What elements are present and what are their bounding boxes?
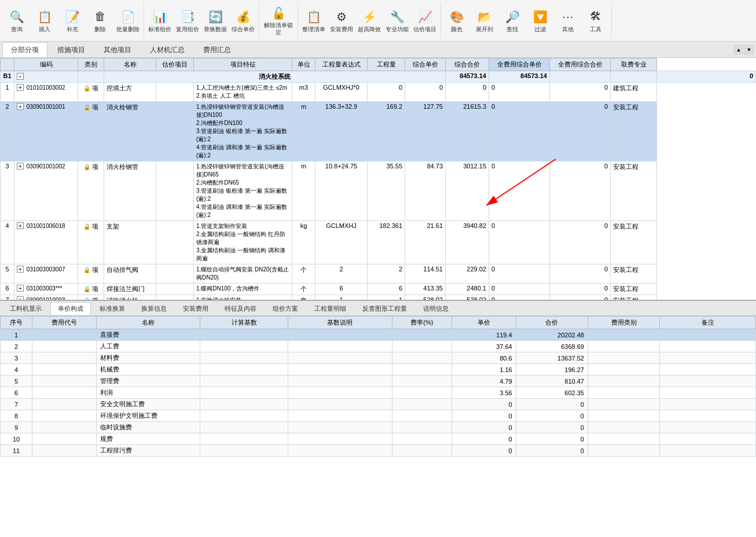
- table-row[interactable]: 6 + 031003003*** 🔒 项 焊接法兰阀门 1.蝶阀DN100，含沟…: [1, 284, 756, 295]
- tab-std-convert[interactable]: 标准换算: [92, 302, 133, 315]
- expand-btn[interactable]: +: [17, 285, 24, 292]
- toolbar-reuse-group-button[interactable]: 📑 复用组价: [174, 3, 201, 38]
- detail-list-item[interactable]: 2 人工费 37.64 6368.69: [1, 341, 756, 352]
- detail-list-item[interactable]: 9 临时设施费 0 0: [1, 422, 756, 433]
- tab-install-fee[interactable]: 安装费用: [175, 302, 216, 315]
- toolbar-estimate-button[interactable]: 📈 估价项目: [412, 3, 438, 38]
- toolbar-install-fee-button[interactable]: ⚙ 安装费用: [328, 3, 355, 38]
- tab-fee-summary[interactable]: 费用汇总: [194, 42, 240, 57]
- col-full-total-price[interactable]: 全费用综合合价: [550, 58, 611, 71]
- col-qty-expr[interactable]: 工程量表达式: [315, 58, 368, 71]
- detail-list-item[interactable]: 11 工程排污费 0 0: [1, 445, 756, 457]
- detail-list-item[interactable]: 10 规费 0 0: [1, 433, 756, 445]
- col-code[interactable]: 编码: [14, 58, 78, 71]
- bottom-table-area[interactable]: 序号 费用代号 名称 计算基数 基数说明 费率(%) 单价 合价 费用类别 备注…: [0, 316, 756, 537]
- tab-measures[interactable]: 措施项目: [49, 42, 94, 57]
- expand-btn[interactable]: +: [17, 163, 24, 170]
- row-unit: 套: [292, 295, 315, 301]
- detail-list-item[interactable]: 7 安全文明施工费 0 0: [1, 399, 756, 410]
- tab-check-drawing[interactable]: 反查图形工程量: [355, 302, 414, 315]
- expand-btn[interactable]: +: [17, 296, 24, 301]
- col-features[interactable]: 项目特征: [194, 58, 292, 71]
- col-type[interactable]: 类别: [78, 58, 104, 71]
- table-row[interactable]: 5 + 031003003007 🔒 项 自动排气阀 1.螺纹自动排气阀安装 D…: [1, 264, 756, 284]
- toolbar-tools-button[interactable]: 🛠 工具: [582, 3, 609, 38]
- toolbar-parse-button[interactable]: 🔓 解除清单锁定: [262, 3, 295, 38]
- detail-fee-code: [32, 387, 96, 399]
- toolbar-high-efficiency-button[interactable]: ⚡ 超高降效: [356, 3, 383, 38]
- toolbar-expand-to-button[interactable]: 📂 展开到: [471, 3, 498, 38]
- table-row-b1[interactable]: B1 - 消火栓系统 84573.14 84573.14 0: [1, 71, 756, 83]
- toolbar-find-button[interactable]: 🔎 查找: [499, 3, 526, 38]
- detail-col-note: 备注: [660, 317, 756, 329]
- tab-sub-part[interactable]: 分部分项: [2, 42, 47, 57]
- toolbar-batch-delete-button[interactable]: 📄 批量删除: [115, 3, 141, 38]
- table-row[interactable]: 7 + 030901010003 🔒 项 试验消火栓 1.实验消火栓安装2.含压…: [1, 295, 756, 301]
- expand-btn[interactable]: +: [17, 103, 24, 110]
- row-estimate: [156, 284, 194, 295]
- row-total-price: 3012.15: [446, 161, 489, 221]
- detail-list-item[interactable]: 1 直接费 119.4 20202.48: [1, 329, 756, 341]
- toolbar-insert-button[interactable]: 📋 插入: [31, 3, 58, 38]
- tab-unit-price[interactable]: 单价构成: [50, 302, 91, 315]
- row-name: 挖填土方: [104, 83, 156, 102]
- main-table-area[interactable]: 编码 类别 名称 估价项目 项目特征 单位 工程量表达式 工程量 综合单价 综合…: [0, 58, 756, 301]
- tab-other-items[interactable]: 其他项目: [95, 42, 140, 57]
- detail-note: [660, 387, 756, 399]
- detail-list-item[interactable]: 6 利润 3.56 602.35: [1, 387, 756, 399]
- col-full-unit-price[interactable]: 全费用综合单价: [489, 58, 550, 71]
- detail-total: 602.35: [516, 387, 588, 399]
- detail-no: 11: [1, 445, 32, 457]
- toolbar-special-func-button[interactable]: 🔧 专业功能: [384, 3, 410, 38]
- tab-calc-info[interactable]: 换算信息: [134, 302, 174, 315]
- col-name[interactable]: 名称: [104, 58, 156, 71]
- expand-btn[interactable]: +: [17, 222, 24, 229]
- expand-btn[interactable]: +: [17, 84, 24, 91]
- detail-fee-code: [32, 329, 96, 341]
- tab-labor-machine[interactable]: 工料机显示: [2, 302, 49, 315]
- tab-note[interactable]: 说明信息: [416, 302, 456, 315]
- detail-col-fee-type: 费用类别: [588, 317, 659, 329]
- detail-unit-price: 3.56: [452, 387, 516, 399]
- b1-expand-btn[interactable]: -: [17, 73, 24, 80]
- b1-fee-type: 0: [657, 71, 756, 83]
- toolbar-combined-unit-button[interactable]: 💰 综合单价: [230, 3, 256, 38]
- col-fee-type[interactable]: 取费专业: [611, 58, 657, 71]
- tab-nav-up[interactable]: ▲: [734, 45, 743, 54]
- col-qty[interactable]: 工程量: [368, 58, 405, 71]
- tab-nav-down[interactable]: ▼: [744, 45, 754, 54]
- table-row[interactable]: 4 + 031001006018 🔒 项 支架 1.管道支架制作安装2.金属结构…: [1, 221, 756, 264]
- col-total-price[interactable]: 综合合价: [446, 58, 489, 71]
- detail-unit-price: 0: [452, 399, 516, 410]
- expand-btn[interactable]: +: [17, 266, 24, 273]
- detail-list-item[interactable]: 8 环境保护文明施工费 0 0: [1, 410, 756, 422]
- tab-labor-material[interactable]: 人材机汇总: [141, 42, 193, 57]
- toolbar-delete-button[interactable]: 🗑 删除: [87, 3, 113, 38]
- col-unit-price[interactable]: 综合单价: [405, 58, 446, 71]
- toolbar-sort-button[interactable]: 📋 整理清单: [300, 3, 327, 38]
- toolbar-filter-button[interactable]: 🔽 过滤: [527, 3, 553, 38]
- toolbar-filter-label: 过滤: [534, 26, 546, 33]
- toolbar-search-button[interactable]: 🔍 查询: [3, 3, 30, 38]
- col-unit[interactable]: 单位: [292, 58, 315, 71]
- toolbar-replace-data-button[interactable]: 🔄 替换数据: [202, 3, 229, 38]
- col-estimate[interactable]: 估价项目: [156, 58, 194, 71]
- detail-rate: [392, 352, 452, 364]
- b1-full-unit-price: [550, 71, 611, 83]
- detail-list-item[interactable]: 5 管理费 4.79 810.47: [1, 376, 756, 387]
- toolbar-color-button[interactable]: 🎨 颜色: [443, 3, 470, 38]
- row-code: + 031001006018: [14, 221, 78, 264]
- b1-expand[interactable]: -: [14, 71, 78, 83]
- table-row[interactable]: 3 + 030901001002 🔒 项 消火栓钢管 1.热浸锌镀锌钢管管道安装…: [1, 161, 756, 221]
- toolbar-std-group-button[interactable]: 📊 标准组价: [146, 3, 173, 38]
- tab-qty-detail[interactable]: 工程量明细: [307, 302, 354, 315]
- detail-name: 利润: [96, 387, 200, 399]
- detail-list-item[interactable]: 3 材料费 80.6 13637.52: [1, 352, 756, 364]
- toolbar-other-button[interactable]: ⋯ 其他: [555, 3, 581, 38]
- toolbar-supplement-button[interactable]: 📝 补充: [59, 3, 86, 38]
- detail-list-item[interactable]: 4 机械费 1.16 196.27: [1, 364, 756, 376]
- table-row[interactable]: 2 + 030901001001 🔒 项 消火栓钢管 1.热浸锌镀锌钢管管道安装…: [1, 102, 756, 161]
- tab-features-content[interactable]: 特征及内容: [217, 302, 264, 315]
- table-row[interactable]: 1 + 010101003002 🔒 项 挖填土方 1.人工挖沟槽土方(槽深)三…: [1, 83, 756, 102]
- tab-group-plan[interactable]: 组价方案: [265, 302, 306, 315]
